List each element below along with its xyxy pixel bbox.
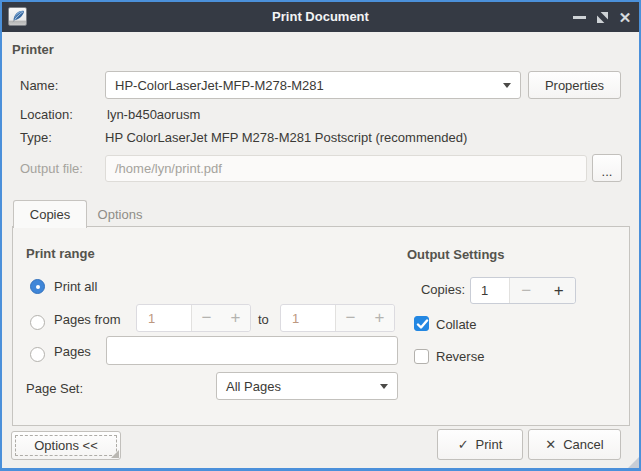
tab-options-label: Options bbox=[98, 207, 143, 222]
maximize-button[interactable] bbox=[590, 2, 614, 32]
print-range-heading: Print range bbox=[26, 246, 95, 262]
button-corner-mark bbox=[111, 450, 119, 458]
pages-from-value: 1 bbox=[137, 305, 191, 331]
plus-icon: + bbox=[554, 281, 564, 301]
combo-arrow-icon bbox=[503, 83, 511, 88]
reverse-checkbox[interactable] bbox=[414, 349, 429, 364]
pages-from-radio[interactable] bbox=[30, 315, 45, 330]
tab-copies[interactable]: Copies bbox=[13, 200, 87, 228]
checkmark-icon bbox=[416, 319, 429, 331]
pages-from-decrement-button[interactable]: − bbox=[192, 305, 221, 331]
minus-icon: − bbox=[521, 281, 531, 301]
type-label: Type: bbox=[20, 130, 52, 146]
pages-to-label: to bbox=[258, 312, 269, 328]
pages-input[interactable] bbox=[106, 336, 398, 365]
pages-from-label: Pages from bbox=[54, 312, 120, 328]
print-document-dialog: Print Document ✕ Printer Name: HP-ColorL… bbox=[0, 0, 641, 471]
cross-icon: ✕ bbox=[545, 437, 556, 452]
properties-button-label: Properties bbox=[545, 78, 604, 93]
collate-label: Collate bbox=[436, 317, 476, 333]
cancel-button-label: Cancel bbox=[563, 437, 603, 452]
pages-to-spinbox[interactable]: 1 − + bbox=[280, 304, 395, 332]
pages-to-increment-button[interactable]: + bbox=[365, 305, 394, 331]
tab-copies-label: Copies bbox=[30, 207, 70, 222]
copies-increment-button[interactable]: + bbox=[543, 278, 576, 303]
options-toggle-button[interactable]: Options << bbox=[11, 431, 121, 460]
location-label: Location: bbox=[20, 107, 73, 123]
titlebar[interactable]: Print Document ✕ bbox=[2, 2, 639, 32]
pages-radio[interactable] bbox=[30, 347, 45, 362]
close-button[interactable]: ✕ bbox=[613, 2, 637, 32]
copies-label: Copies: bbox=[414, 282, 465, 298]
plus-icon: + bbox=[231, 308, 241, 328]
minimize-icon bbox=[573, 16, 586, 19]
minimize-button[interactable] bbox=[567, 2, 591, 32]
output-file-field[interactable]: /home/lyn/print.pdf bbox=[105, 155, 587, 182]
output-file-label: Output file: bbox=[20, 161, 83, 177]
browse-button[interactable]: ... bbox=[592, 154, 622, 182]
browse-button-label: ... bbox=[602, 164, 613, 179]
reverse-label: Reverse bbox=[436, 349, 484, 365]
page-set-value: All Pages bbox=[226, 379, 281, 394]
collate-checkbox[interactable] bbox=[414, 316, 429, 331]
pages-from-spinbox[interactable]: 1 − + bbox=[136, 304, 251, 332]
page-set-combobox[interactable]: All Pages bbox=[216, 372, 398, 400]
output-settings-heading: Output Settings bbox=[407, 247, 505, 263]
page-set-label: Page Set: bbox=[26, 381, 83, 397]
printer-section-heading: Printer bbox=[12, 42, 54, 58]
printer-name-value: HP-ColorLaserJet-MFP-M278-M281 bbox=[115, 78, 324, 93]
resize-grip[interactable] bbox=[628, 457, 639, 468]
name-label: Name: bbox=[20, 78, 58, 94]
type-value: HP ColorLaserJet MFP M278-M281 Postscrip… bbox=[105, 130, 467, 146]
pages-from-increment-button[interactable]: + bbox=[221, 305, 250, 331]
copies-value: 1 bbox=[471, 278, 509, 303]
minus-icon: − bbox=[202, 308, 212, 328]
window-title: Print Document bbox=[2, 2, 639, 32]
cancel-button[interactable]: ✕ Cancel bbox=[528, 429, 621, 460]
copies-decrement-button[interactable]: − bbox=[510, 278, 543, 303]
pages-label: Pages bbox=[54, 344, 91, 360]
pages-to-value: 1 bbox=[281, 305, 335, 331]
minus-icon: − bbox=[346, 308, 356, 328]
print-all-radio[interactable] bbox=[30, 279, 45, 294]
plus-icon: + bbox=[375, 308, 385, 328]
print-all-label: Print all bbox=[54, 279, 97, 295]
print-button[interactable]: ✓ Print bbox=[437, 429, 523, 460]
combo-arrow-icon bbox=[380, 384, 388, 389]
printer-name-combobox[interactable]: HP-ColorLaserJet-MFP-M278-M281 bbox=[105, 71, 521, 99]
check-icon: ✓ bbox=[458, 437, 469, 452]
tab-options[interactable]: Options bbox=[87, 201, 153, 227]
location-value: lyn-b450aorusm bbox=[107, 107, 200, 123]
pages-to-decrement-button[interactable]: − bbox=[336, 305, 365, 331]
close-icon: ✕ bbox=[619, 10, 632, 25]
maximize-icon bbox=[596, 11, 609, 24]
focus-outline bbox=[15, 435, 117, 456]
print-button-label: Print bbox=[476, 437, 503, 452]
output-file-value: /home/lyn/print.pdf bbox=[115, 161, 222, 176]
copies-spinbox[interactable]: 1 − + bbox=[470, 277, 576, 304]
properties-button[interactable]: Properties bbox=[528, 71, 621, 99]
